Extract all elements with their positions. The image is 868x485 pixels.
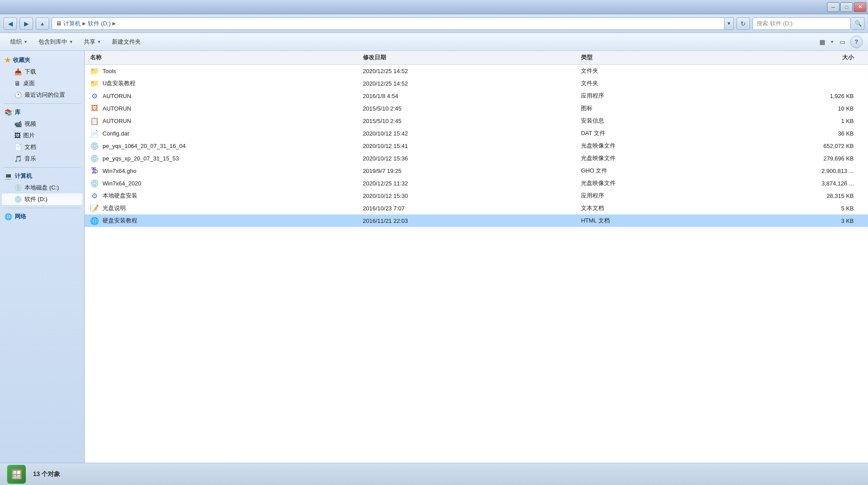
table-row[interactable]: 💿 Win7x64_2020 2020/12/25 11:32 光盘映像文件 3… xyxy=(85,177,868,189)
file-type-icon: 📁 xyxy=(90,79,99,88)
music-icon: 🎵 xyxy=(14,155,22,162)
file-type: 应用程序 xyxy=(581,92,745,100)
table-row[interactable]: 🌐 硬盘安装教程 2016/11/21 22:03 HTML 文档 3 KB xyxy=(85,214,868,227)
search-box[interactable]: 搜索 软件 (D:) xyxy=(753,17,851,30)
sidebar-item-desktop[interactable]: 🖥 桌面 xyxy=(2,78,82,89)
refresh-button[interactable]: ↻ xyxy=(736,17,750,30)
file-size: 3 KB xyxy=(745,218,863,224)
file-name: pe_yqs_1064_20_07_31_16_04 xyxy=(103,143,186,149)
preview-button[interactable]: ▭ xyxy=(836,36,848,48)
maximize-button[interactable]: □ xyxy=(840,2,853,12)
file-type: 图标 xyxy=(581,104,745,112)
table-row[interactable]: 📝 光盘说明 2016/10/23 7:07 文本文档 5 KB xyxy=(85,202,868,214)
sidebar-item-documents[interactable]: 📄 文档 xyxy=(2,141,82,153)
address-bar-area: 🖥 计算机 ▶ 软件 (D:) ▶ ▼ xyxy=(52,17,734,30)
file-name-cell: 🗜 Win7x64.gho xyxy=(90,166,363,175)
sidebar-item-recent[interactable]: 🕐 最近访问的位置 xyxy=(2,89,82,101)
table-row[interactable]: 🖼 AUTORUN 2015/5/10 2:45 图标 10 KB xyxy=(85,102,868,115)
network-header[interactable]: 🌐 网络 xyxy=(0,211,84,222)
table-row[interactable]: 📁 Tools 2020/12/25 14:52 文件夹 xyxy=(85,65,868,77)
col-size-header[interactable]: 大小 xyxy=(745,53,863,62)
downloads-label: 下载 xyxy=(25,68,36,76)
minimize-button[interactable]: ─ xyxy=(827,2,839,12)
documents-icon: 📄 xyxy=(14,144,22,151)
breadcrumb-computer[interactable]: 计算机 xyxy=(63,20,81,28)
file-name: Tools xyxy=(103,68,116,74)
table-row[interactable]: 🗜 Win7x64.gho 2019/9/7 19:25 GHO 文件 2,90… xyxy=(85,164,868,177)
favorites-header[interactable]: ★ 收藏夹 xyxy=(0,54,84,66)
sidebar-item-video[interactable]: 📹 视频 xyxy=(2,118,82,130)
table-row[interactable]: 📁 U盘安装教程 2020/12/25 14:52 文件夹 xyxy=(85,77,868,90)
table-row[interactable]: 📄 Config.dat 2020/10/12 15:42 DAT 文件 36 … xyxy=(85,127,868,140)
breadcrumb[interactable]: 🖥 计算机 ▶ 软件 (D:) ▶ xyxy=(52,17,725,30)
table-row[interactable]: 💿 pe_yqs_xp_20_07_31_15_53 2020/10/12 15… xyxy=(85,152,868,164)
new-folder-button[interactable]: 新建文件夹 xyxy=(107,35,146,49)
file-name-cell: 📋 AUTORUN xyxy=(90,116,363,125)
breadcrumb-dropdown[interactable]: ▼ xyxy=(724,17,734,30)
file-type-icon: 💿 xyxy=(90,154,99,163)
network-icon: 🌐 xyxy=(4,213,12,220)
table-row[interactable]: 💿 pe_yqs_1064_20_07_31_16_04 2020/10/12 … xyxy=(85,140,868,152)
file-type-icon: 📝 xyxy=(90,204,99,213)
file-type-icon: 📄 xyxy=(90,129,99,138)
desktop-label: 桌面 xyxy=(23,79,35,87)
search-button[interactable]: 🔍 xyxy=(852,17,864,30)
file-name-cell: 💿 pe_yqs_xp_20_07_31_15_53 xyxy=(90,154,363,163)
file-name: AUTORUN xyxy=(103,105,131,112)
sidebar-item-downloads[interactable]: 📥 下载 xyxy=(2,66,82,78)
video-label: 视频 xyxy=(25,120,36,128)
col-type-header[interactable]: 类型 xyxy=(581,53,745,62)
organize-arrow: ▼ xyxy=(24,40,28,44)
sidebar-item-disk-c[interactable]: 💿 本地磁盘 (C:) xyxy=(2,182,82,193)
titlebar: ─ □ ✕ xyxy=(0,0,868,14)
computer-header[interactable]: 💻 计算机 xyxy=(0,170,84,182)
file-type: 文件夹 xyxy=(581,79,745,87)
include-library-button[interactable]: 包含到库中 ▼ xyxy=(33,35,78,49)
file-date: 2020/10/12 15:30 xyxy=(363,193,581,199)
computer-icon: 💻 xyxy=(4,173,12,180)
help-button[interactable]: ? xyxy=(850,36,863,48)
sidebar-item-music[interactable]: 🎵 音乐 xyxy=(2,153,82,164)
organize-button[interactable]: 组织 ▼ xyxy=(5,35,33,49)
up-button[interactable]: ▲ xyxy=(36,17,49,30)
table-row[interactable]: ⚙ AUTORUN 2016/1/8 4:54 应用程序 1,926 KB xyxy=(85,90,868,102)
file-name-cell: 🌐 硬盘安装教程 xyxy=(90,216,363,225)
sidebar-item-pictures[interactable]: 🖼 图片 xyxy=(2,130,82,141)
file-type: 应用程序 xyxy=(581,192,745,200)
statusbar: 🪟 13 个对象 xyxy=(0,463,868,485)
library-header[interactable]: 📚 库 xyxy=(0,107,84,118)
favorites-icon: ★ xyxy=(4,56,10,64)
sidebar-item-disk-d[interactable]: 💿 软件 (D:) xyxy=(2,193,82,205)
network-section: 🌐 网络 xyxy=(0,211,84,222)
breadcrumb-disk-d[interactable]: 软件 (D:) xyxy=(88,20,111,28)
computer-section: 💻 计算机 💿 本地磁盘 (C:) 💿 软件 (D:) xyxy=(0,170,84,205)
include-label: 包含到库中 xyxy=(38,38,67,46)
breadcrumb-arrow-2: ▶ xyxy=(112,21,116,26)
music-label: 音乐 xyxy=(25,155,36,163)
file-name: pe_yqs_xp_20_07_31_15_53 xyxy=(103,155,179,162)
disk-d-icon: 💿 xyxy=(14,196,22,203)
col-name-header[interactable]: 名称 xyxy=(90,53,363,62)
file-name-cell: 📝 光盘说明 xyxy=(90,204,363,213)
file-date: 2015/5/10 2:45 xyxy=(363,118,581,124)
view-arrow[interactable]: ▼ xyxy=(830,40,834,44)
desktop-icon: 🖥 xyxy=(14,80,21,87)
library-icon: 📚 xyxy=(4,109,12,116)
table-row[interactable]: 📋 AUTORUN 2015/5/10 2:45 安装信息 1 KB xyxy=(85,115,868,127)
col-date-header[interactable]: 修改日期 xyxy=(363,53,581,62)
file-type-icon: 💿 xyxy=(90,179,99,188)
file-date: 2016/1/8 4:54 xyxy=(363,93,581,99)
file-size: 10 KB xyxy=(745,105,863,112)
close-button[interactable]: ✕ xyxy=(854,2,866,12)
forward-button[interactable]: ▶ xyxy=(20,17,33,30)
share-button[interactable]: 共享 ▼ xyxy=(79,35,106,49)
view-toggle-button[interactable]: ▦ xyxy=(816,36,828,48)
file-name: AUTORUN xyxy=(103,118,131,124)
file-type-icon: ⚙ xyxy=(90,191,99,200)
table-row[interactable]: ⚙ 本地硬盘安装 2020/10/12 15:30 应用程序 28,315 KB xyxy=(85,189,868,202)
breadcrumb-icon: 🖥 xyxy=(56,20,62,27)
back-button[interactable]: ◀ xyxy=(4,17,17,30)
file-size: 3,874,126 ... xyxy=(745,180,863,187)
file-type-icon: 📁 xyxy=(90,66,99,75)
disk-d-label: 软件 (D:) xyxy=(25,195,47,203)
